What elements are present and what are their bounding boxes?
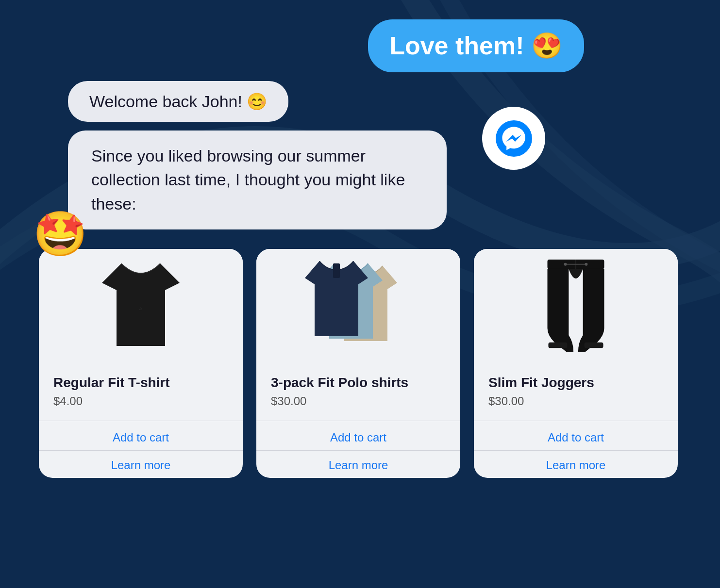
- polo-add-to-cart-button[interactable]: Add to cart: [256, 423, 460, 450]
- joggers-learn-more-button[interactable]: Learn more: [474, 451, 678, 478]
- svg-point-8: [564, 263, 567, 266]
- bot-greeting-bubble: Welcome back John! 😊: [39, 81, 288, 122]
- bot-greeting-text: Welcome back John! 😊: [68, 81, 288, 122]
- polo-card-body: 3-pack Fit Polo shirts $30.00: [256, 365, 460, 421]
- tshirt-image-area: △: [39, 249, 243, 365]
- polo-price: $30.00: [271, 394, 446, 408]
- tshirt-learn-more-button[interactable]: Learn more: [39, 451, 243, 478]
- polo-name: 3-pack Fit Polo shirts: [271, 375, 446, 391]
- tshirt-add-to-cart-button[interactable]: Add to cart: [39, 423, 243, 450]
- joggers-image: [542, 260, 610, 354]
- joggers-image-area: [474, 249, 678, 365]
- svg-point-0: [496, 120, 532, 157]
- polo-learn-more-button[interactable]: Learn more: [256, 451, 460, 478]
- chat-area: Love them! 😍 Welcome back John! 😊 Since …: [39, 29, 681, 229]
- product-card-joggers: Slim Fit Joggers $30.00 Add to cart Lear…: [474, 249, 678, 478]
- user-message-bubble: Love them! 😍: [368, 19, 584, 72]
- svg-rect-10: [548, 343, 567, 348]
- polo-image-area: [256, 249, 460, 365]
- bot-recommendation-bubble: Since you liked browsing our summer coll…: [39, 131, 447, 229]
- svg-rect-4: [333, 263, 340, 278]
- product-cards-row: △ Regular Fit T-shirt $4.00 Add to cart …: [39, 249, 681, 478]
- tshirt-card-body: Regular Fit T-shirt $4.00: [39, 365, 243, 421]
- user-message-text: Love them! 😍: [368, 19, 584, 72]
- bot-recommendation-text: Since you liked browsing our summer coll…: [68, 131, 447, 229]
- tshirt-price: $4.00: [53, 394, 228, 408]
- tshirt-image: △: [102, 263, 180, 351]
- joggers-card-body: Slim Fit Joggers $30.00: [474, 365, 678, 421]
- tshirt-name: Regular Fit T-shirt: [53, 375, 228, 391]
- messenger-logo: [496, 120, 532, 157]
- joggers-divider1: [474, 421, 678, 421]
- svg-point-9: [585, 263, 588, 266]
- product-card-polo: 3-pack Fit Polo shirts $30.00 Add to car…: [256, 249, 460, 478]
- polo-image: [302, 261, 414, 353]
- joggers-price: $30.00: [488, 394, 663, 408]
- main-content: Love them! 😍 Welcome back John! 😊 Since …: [0, 0, 720, 507]
- tshirt-divider1: [39, 421, 243, 421]
- svg-text:△: △: [139, 306, 143, 310]
- messenger-icon-circle: [482, 107, 545, 170]
- svg-rect-11: [585, 343, 603, 348]
- joggers-add-to-cart-button[interactable]: Add to cart: [474, 423, 678, 450]
- product-card-tshirt: △ Regular Fit T-shirt $4.00 Add to cart …: [39, 249, 243, 478]
- joggers-name: Slim Fit Joggers: [488, 375, 663, 391]
- polo-divider1: [256, 421, 460, 421]
- star-emoji: 🤩: [33, 209, 87, 260]
